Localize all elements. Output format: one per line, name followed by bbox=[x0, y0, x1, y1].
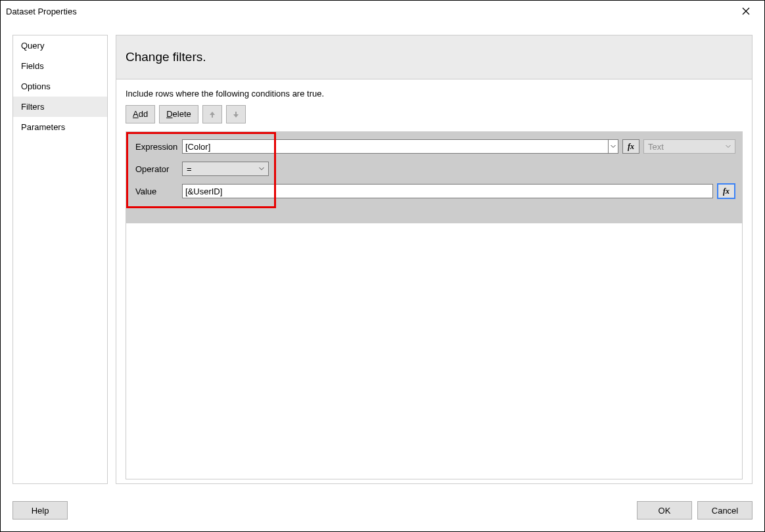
filter-row-operator: Operator = bbox=[133, 161, 735, 177]
nav-item-options[interactable]: Options bbox=[13, 76, 107, 97]
nav-item-fields[interactable]: Fields bbox=[13, 56, 107, 76]
cancel-button[interactable]: Cancel bbox=[697, 501, 753, 520]
filter-grid: Expression [Color] fx Text bbox=[126, 131, 743, 223]
ok-button[interactable]: OK bbox=[637, 501, 692, 520]
expression-label: Expression bbox=[133, 142, 182, 152]
help-button[interactable]: Help bbox=[12, 501, 68, 520]
type-combo[interactable]: Text bbox=[643, 139, 735, 154]
main-panel: Change filters. Include rows where the f… bbox=[116, 35, 753, 484]
filter-row-value: Value [&UserID] fx bbox=[133, 183, 735, 199]
value-label: Value bbox=[133, 187, 182, 196]
title-bar: Dataset Properties bbox=[1, 1, 764, 23]
nav-item-query[interactable]: Query bbox=[13, 35, 107, 56]
dialog-window: Dataset Properties Query Fields Options … bbox=[0, 0, 765, 532]
nav-item-parameters[interactable]: Parameters bbox=[13, 117, 107, 137]
operator-value: = bbox=[187, 164, 192, 174]
move-up-button[interactable] bbox=[202, 105, 222, 123]
panel-heading: Change filters. bbox=[116, 35, 752, 79]
delete-button[interactable]: Delete bbox=[159, 105, 198, 123]
type-combo-value: Text bbox=[648, 142, 664, 152]
arrow-down-icon bbox=[232, 110, 240, 118]
expression-dropdown-button[interactable] bbox=[608, 139, 618, 154]
chevron-down-icon bbox=[259, 166, 264, 172]
chevron-down-icon bbox=[611, 144, 616, 148]
move-down-button[interactable] bbox=[226, 105, 246, 123]
arrow-up-icon bbox=[208, 110, 216, 118]
side-nav: Query Fields Options Filters Parameters bbox=[12, 35, 108, 484]
dialog-footer: Help OK Cancel bbox=[1, 496, 764, 531]
filter-row-expression: Expression [Color] fx Text bbox=[133, 139, 735, 154]
chevron-down-icon bbox=[726, 143, 731, 150]
close-button[interactable] bbox=[733, 1, 759, 23]
window-title: Dataset Properties bbox=[6, 7, 733, 16]
expression-fx-button[interactable]: fx bbox=[622, 139, 639, 154]
operator-select[interactable]: = bbox=[182, 162, 269, 176]
nav-item-filters[interactable]: Filters bbox=[13, 97, 107, 117]
value-input[interactable]: [&UserID] bbox=[182, 184, 713, 198]
operator-label: Operator bbox=[133, 164, 182, 174]
panel-description: Include rows where the following conditi… bbox=[126, 89, 743, 99]
filter-grid-empty bbox=[126, 223, 743, 479]
close-icon bbox=[742, 7, 750, 15]
expression-combo[interactable]: [Color] bbox=[182, 139, 618, 154]
add-button[interactable]: Add bbox=[126, 105, 155, 123]
filter-toolbar: Add Delete bbox=[126, 105, 743, 123]
expression-value[interactable]: [Color] bbox=[182, 139, 608, 154]
value-fx-button[interactable]: fx bbox=[717, 183, 735, 199]
panel-body: Include rows where the following conditi… bbox=[116, 79, 752, 483]
content-area: Query Fields Options Filters Parameters … bbox=[1, 23, 764, 496]
